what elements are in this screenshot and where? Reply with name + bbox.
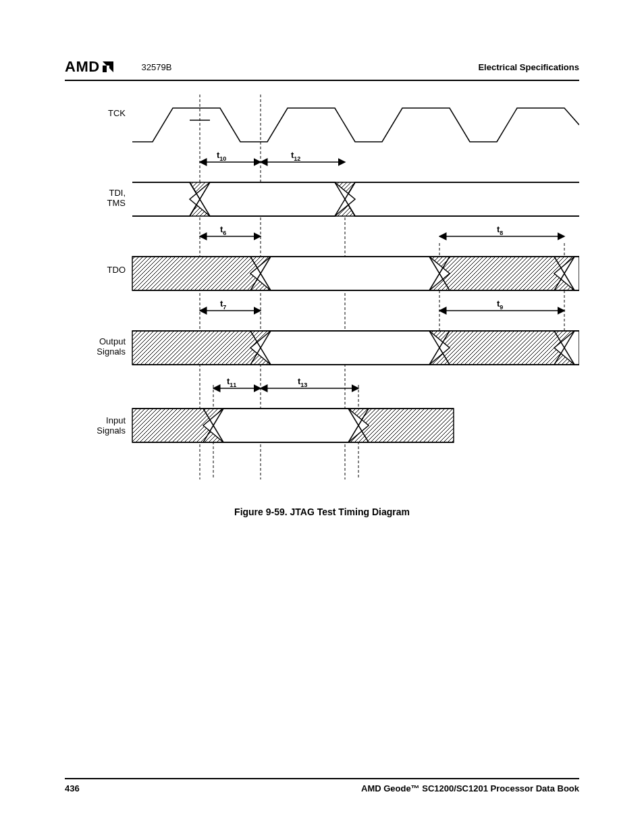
t13-label: t13 <box>298 376 331 388</box>
t7-label: t7 <box>220 298 247 311</box>
t6-label: t6 <box>220 224 247 236</box>
t12-label: t12 <box>291 150 325 162</box>
signal-label-tdo: TDO <box>65 265 126 275</box>
signal-label-tdi-tms: TDI, TMS <box>65 188 126 208</box>
section-title: Electrical Specifications <box>478 62 579 72</box>
t11-label: t11 <box>227 376 261 388</box>
timing-diagram: TCK t10 t12 TDI, TMS <box>65 88 579 482</box>
signal-label-output: Output Signals <box>65 336 126 357</box>
page-number: 436 <box>65 783 80 793</box>
t8-label: t8 <box>497 224 524 236</box>
amd-logo: AMD <box>65 58 115 76</box>
signal-label-input: Input Signals <box>65 415 126 436</box>
t10-label: t10 <box>217 150 250 162</box>
amd-arrow-icon <box>101 60 115 74</box>
page-footer: 436 AMD Geode™ SC1200/SC1201 Processor D… <box>65 778 579 793</box>
t9-label: t9 <box>497 298 524 311</box>
signal-label-tck: TCK <box>65 108 126 118</box>
amd-logo-text: AMD <box>65 58 100 76</box>
page: AMD 32579B Electrical Specifications <box>0 0 644 834</box>
doc-number: 32579B <box>142 62 172 72</box>
book-title: AMD Geode™ SC1200/SC1201 Processor Data … <box>361 783 579 793</box>
page-header: AMD 32579B Electrical Specifications <box>65 58 579 81</box>
figure-caption: Figure 9-59. JTAG Test Timing Diagram <box>65 506 579 517</box>
